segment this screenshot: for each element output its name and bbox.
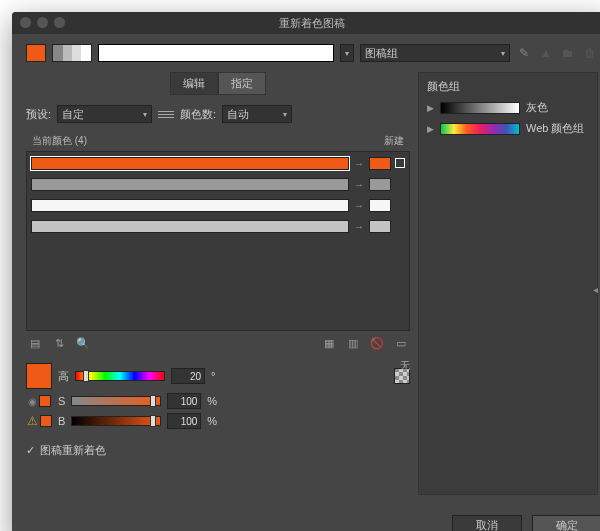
ok-button[interactable]: 确定 bbox=[532, 515, 600, 531]
chevron-down-icon: ▾ bbox=[501, 49, 505, 58]
sat-field[interactable]: 100 bbox=[167, 393, 201, 409]
chevron-down-icon: ▾ bbox=[143, 110, 147, 119]
triangle-right-icon: ▶ bbox=[427, 124, 434, 134]
triangle-right-icon: ▶ bbox=[427, 103, 434, 113]
cancel-button[interactable]: 取消 bbox=[452, 515, 522, 531]
selected-indicator-icon bbox=[395, 158, 405, 168]
color-count-label: 颜色数: bbox=[180, 107, 216, 122]
bri-unit: % bbox=[207, 415, 217, 427]
list-toolbar: ▤ ⇅ 🔍 ▦ ▥ 🚫 ▭ bbox=[26, 331, 410, 355]
window-controls[interactable] bbox=[20, 17, 65, 28]
current-colors-section: 当前颜色 (4) 新建 →→→→ ▤ ⇅ 🔍 ▦ ▥ 🚫 ▭ bbox=[26, 131, 410, 355]
color-group-item[interactable]: ▶Web 颜色组 bbox=[427, 121, 589, 136]
top-row: ▾ 图稿组 ▾ ✎ ▲ 🖿 🗑 bbox=[26, 44, 598, 62]
color-bar[interactable] bbox=[31, 220, 349, 233]
separate-icon[interactable]: ▥ bbox=[344, 335, 362, 351]
active-color-swatch[interactable] bbox=[26, 44, 46, 62]
hue-row: 高 20 ° bbox=[26, 363, 410, 389]
color-count-select[interactable]: 自动 ▾ bbox=[222, 105, 292, 123]
titlebar: 重新着色图稿 bbox=[12, 12, 600, 34]
color-row[interactable]: → bbox=[27, 217, 409, 235]
artwork-group-label: 图稿组 bbox=[365, 46, 398, 61]
new-color-label: 新建 bbox=[384, 134, 404, 148]
folder-icon[interactable]: 🖿 bbox=[560, 45, 576, 61]
hue-unit: ° bbox=[211, 370, 215, 382]
group-label: Web 颜色组 bbox=[526, 121, 584, 136]
arrow-right-icon[interactable]: → bbox=[353, 200, 365, 211]
zoom-icon[interactable] bbox=[54, 17, 65, 28]
trash-icon[interactable]: 🗑 bbox=[582, 45, 598, 61]
sat-row: ◉ S 100 % bbox=[26, 393, 410, 409]
color-rows: →→→→ bbox=[27, 152, 409, 330]
group-preview bbox=[440, 123, 520, 135]
group-label: 灰色 bbox=[526, 100, 548, 115]
hue-label: 高 bbox=[58, 369, 69, 384]
preset-value: 自定 bbox=[62, 107, 84, 122]
tab-edit[interactable]: 编辑 bbox=[170, 72, 218, 95]
new-color-swatch[interactable] bbox=[369, 220, 391, 233]
list-header: 当前颜色 (4) 新建 bbox=[26, 131, 410, 151]
arrow-right-icon[interactable]: → bbox=[353, 179, 365, 190]
recolor-label: 图稿重新着色 bbox=[40, 443, 106, 458]
window-title: 重新着色图稿 bbox=[279, 16, 345, 31]
color-group-item[interactable]: ▶灰色 bbox=[427, 100, 589, 115]
color-count-value: 自动 bbox=[227, 107, 249, 122]
bri-slider[interactable] bbox=[71, 416, 161, 426]
close-icon[interactable] bbox=[20, 17, 31, 28]
active-color-group-strip[interactable] bbox=[52, 44, 92, 62]
name-field-dropdown[interactable]: ▾ bbox=[340, 44, 354, 62]
artwork-group-select[interactable]: 图稿组 ▾ bbox=[360, 44, 510, 62]
minimize-icon[interactable] bbox=[37, 17, 48, 28]
none-label: 无 bbox=[400, 359, 410, 373]
content: ▾ 图稿组 ▾ ✎ ▲ 🖿 🗑 编辑 指定 预设: 自定 ▾ bbox=[12, 34, 600, 507]
preset-select[interactable]: 自定 ▾ bbox=[57, 105, 152, 123]
hsb-area: 无 高 20 ° ◉ S bbox=[26, 363, 410, 433]
hue-field[interactable]: 20 bbox=[171, 368, 205, 384]
hue-slider[interactable] bbox=[75, 371, 165, 381]
warning-icon[interactable]: ⚠ bbox=[27, 414, 38, 428]
new-color-swatch[interactable] bbox=[369, 199, 391, 212]
new-row-icon[interactable]: ▭ bbox=[392, 335, 410, 351]
sat-label: S bbox=[58, 395, 65, 407]
orig-swatch-icon bbox=[39, 395, 51, 407]
merge-icon[interactable]: ▦ bbox=[320, 335, 338, 351]
bri-row: ⚠ B 100 % bbox=[26, 413, 410, 429]
dialog-window: 重新着色图稿 ▾ 图稿组 ▾ ✎ ▲ 🖿 🗑 编辑 指定 bbox=[12, 12, 600, 531]
name-field[interactable] bbox=[98, 44, 334, 62]
randomize-icon[interactable]: ⇅ bbox=[50, 335, 68, 351]
hsb-swatch[interactable] bbox=[26, 363, 52, 389]
color-bar[interactable] bbox=[31, 199, 349, 212]
eyedropper-icon[interactable]: ✎ bbox=[516, 45, 532, 61]
chevron-down-icon: ▾ bbox=[283, 110, 287, 119]
preset-row: 预设: 自定 ▾ 颜色数: 自动 ▾ bbox=[26, 105, 410, 123]
arrow-right-icon[interactable]: → bbox=[353, 158, 365, 169]
color-bar[interactable] bbox=[31, 178, 349, 191]
sat-slider[interactable] bbox=[71, 396, 161, 406]
new-color-swatch[interactable] bbox=[369, 178, 391, 191]
preset-menu-icon[interactable] bbox=[158, 106, 174, 122]
color-row[interactable]: → bbox=[27, 196, 409, 214]
find-icon[interactable]: 🔍 bbox=[74, 335, 92, 351]
current-colors-label: 当前颜色 (4) bbox=[32, 134, 87, 148]
color-bar[interactable] bbox=[31, 157, 349, 170]
body: 编辑 指定 预设: 自定 ▾ 颜色数: 自动 ▾ bbox=[26, 72, 598, 495]
tabs: 编辑 指定 bbox=[26, 72, 410, 95]
sort-icon[interactable]: ▤ bbox=[26, 335, 44, 351]
tab-assign[interactable]: 指定 bbox=[218, 72, 266, 95]
gamut-swatch-icon bbox=[40, 415, 52, 427]
exclude-icon[interactable]: 🚫 bbox=[368, 335, 386, 351]
recolor-checkbox[interactable]: ✓ 图稿重新着色 bbox=[26, 443, 410, 458]
color-list: →→→→ bbox=[26, 151, 410, 331]
arrow-right-icon[interactable]: → bbox=[353, 221, 365, 232]
footer: 取消 确定 bbox=[12, 507, 600, 531]
color-row[interactable]: → bbox=[27, 154, 409, 172]
color-group-list: ▶灰色▶Web 颜色组 bbox=[427, 100, 589, 136]
preset-label: 预设: bbox=[26, 107, 51, 122]
panel-collapse-icon[interactable]: ◂ bbox=[593, 284, 598, 295]
new-group-icon[interactable]: ▲ bbox=[538, 45, 554, 61]
new-color-swatch[interactable] bbox=[369, 157, 391, 170]
sat-unit: % bbox=[207, 395, 217, 407]
convert-icon[interactable]: ◉ bbox=[28, 396, 37, 407]
color-row[interactable]: → bbox=[27, 175, 409, 193]
bri-field[interactable]: 100 bbox=[167, 413, 201, 429]
